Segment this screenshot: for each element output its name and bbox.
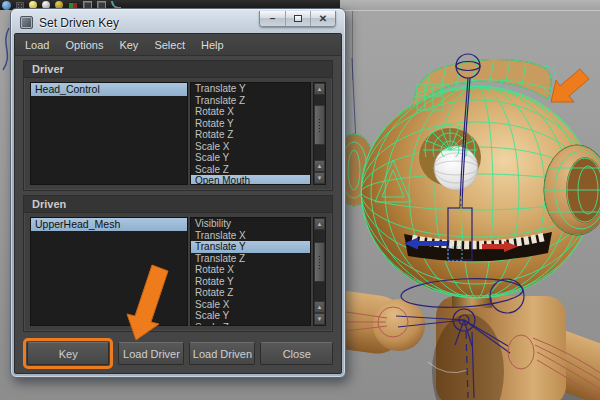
- menu-key[interactable]: Key: [119, 39, 138, 51]
- scroll-down-icon[interactable]: ▼: [314, 313, 325, 325]
- driver-attribute-row[interactable]: Translate Z: [191, 95, 310, 107]
- scroll-up-icon[interactable]: ▲: [314, 160, 325, 172]
- minimize-icon: –: [270, 14, 276, 24]
- load-driven-button[interactable]: Load Driven: [189, 342, 255, 365]
- driver-attribute-row[interactable]: Scale Z: [191, 164, 310, 176]
- driver-attribute-list[interactable]: Translate YTranslate ZRotate XRotate YRo…: [190, 82, 311, 185]
- driver-attribute-row[interactable]: Rotate Y: [191, 118, 310, 130]
- close-button[interactable]: ✕: [310, 11, 335, 26]
- driver-scrollbar[interactable]: ▲ ▲ ▼: [313, 82, 326, 185]
- driven-attribute-list[interactable]: VisibilityTranslate XTranslate YTranslat…: [190, 217, 311, 326]
- key-button[interactable]: Key: [27, 342, 109, 365]
- driven-scrollbar[interactable]: ▲ ▲ ▼: [313, 217, 326, 326]
- window-controls: – ✕: [259, 11, 336, 27]
- window-icon: [20, 16, 33, 29]
- driven-attribute-row[interactable]: Scale X: [191, 299, 310, 311]
- close-icon: ✕: [319, 14, 327, 24]
- minimize-button[interactable]: –: [260, 11, 285, 26]
- maya-screen: Set Driven Key – ✕ Load Options Key Sele…: [0, 0, 600, 400]
- restore-button[interactable]: [285, 11, 310, 26]
- driven-attribute-row[interactable]: Translate Z: [191, 253, 310, 265]
- driver-header: Driver: [24, 61, 332, 78]
- driven-scroll-track[interactable]: [314, 230, 325, 301]
- driver-groupbox: Driver Head_Control Translate YTranslate…: [23, 60, 333, 191]
- menu-load[interactable]: Load: [25, 39, 49, 51]
- driver-scroll-thumb[interactable]: [314, 105, 325, 145]
- scroll-up-icon[interactable]: ▲: [314, 301, 325, 313]
- driver-attribute-row[interactable]: Translate Y: [191, 83, 310, 95]
- driver-attribute-row[interactable]: Rotate X: [191, 106, 310, 118]
- driven-object-row[interactable]: UpperHead_Mesh: [31, 218, 187, 231]
- key-button-highlight-ring: Key: [23, 338, 113, 369]
- driven-attribute-row[interactable]: Rotate Y: [191, 276, 310, 288]
- menu-options[interactable]: Options: [65, 39, 103, 51]
- close-dialog-button[interactable]: Close: [260, 342, 333, 365]
- viewport-header-strip: [340, 0, 600, 11]
- window-titlebar[interactable]: Set Driven Key – ✕: [14, 12, 342, 33]
- dialog-client-area: Load Options Key Select Help Driver Head…: [14, 33, 342, 374]
- driver-attribute-row[interactable]: Open Mouth: [191, 175, 310, 185]
- driver-object-list[interactable]: Head_Control: [30, 82, 188, 185]
- menu-select[interactable]: Select: [154, 39, 185, 51]
- menu-help[interactable]: Help: [201, 39, 224, 51]
- driven-attribute-row[interactable]: Translate Y: [191, 241, 310, 253]
- maya-logo-icon: [2, 1, 11, 10]
- driven-scroll-thumb[interactable]: [314, 242, 325, 282]
- driver-attribute-row[interactable]: Rotate Z: [191, 129, 310, 141]
- load-driver-button[interactable]: Load Driver: [118, 342, 184, 365]
- driven-attribute-row[interactable]: Visibility: [191, 218, 310, 230]
- window-title: Set Driven Key: [39, 16, 119, 30]
- dialog-button-row: Key Load Driver Load Driven Close: [23, 338, 333, 369]
- scroll-up-icon[interactable]: ▲: [314, 83, 325, 95]
- driven-attribute-row[interactable]: Rotate Z: [191, 287, 310, 299]
- menu-bar: Load Options Key Select Help: [15, 34, 341, 56]
- driver-attribute-row[interactable]: Scale X: [191, 141, 310, 153]
- driven-object-list[interactable]: UpperHead_Mesh: [30, 217, 188, 326]
- driven-groupbox: Driven UpperHead_Mesh VisibilityTranslat…: [23, 195, 333, 332]
- set-driven-key-window: Set Driven Key – ✕ Load Options Key Sele…: [10, 8, 346, 378]
- driver-object-row[interactable]: Head_Control: [31, 83, 187, 96]
- driven-attribute-row[interactable]: Scale Y: [191, 310, 310, 322]
- driven-header: Driven: [24, 196, 332, 213]
- scroll-up-icon[interactable]: ▲: [314, 218, 325, 230]
- driver-attribute-row[interactable]: Scale Y: [191, 152, 310, 164]
- driven-attribute-row[interactable]: Translate X: [191, 230, 310, 242]
- driven-attribute-row[interactable]: Scale Z: [191, 322, 310, 327]
- scroll-down-icon[interactable]: ▼: [314, 172, 325, 184]
- driven-attribute-row[interactable]: Rotate X: [191, 264, 310, 276]
- driver-scroll-track[interactable]: [314, 95, 325, 160]
- restore-icon: [294, 15, 302, 22]
